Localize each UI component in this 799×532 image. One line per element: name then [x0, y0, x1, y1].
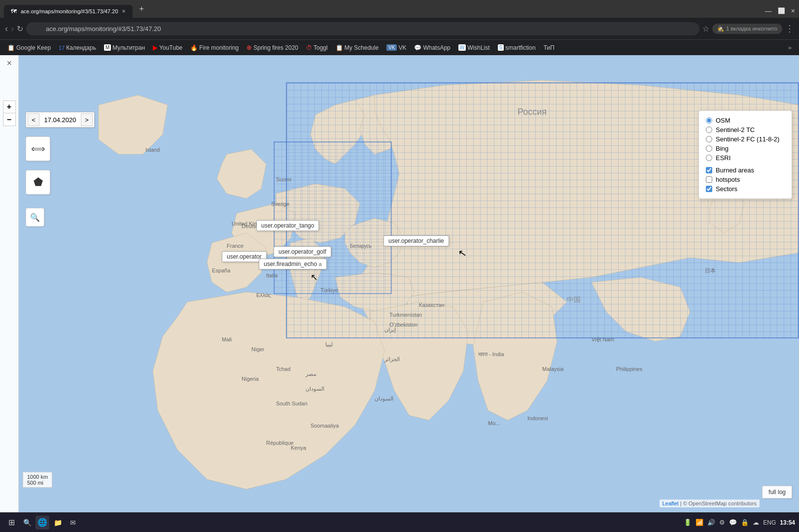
burned-areas-checkbox[interactable]	[706, 167, 712, 173]
basemap-sentinel2fc-radio[interactable]	[706, 136, 712, 142]
tab-favicon: 🗺	[11, 8, 17, 15]
search-tool-btn[interactable]: 🔍	[26, 208, 44, 227]
tray-icon-4[interactable]: ⚙	[719, 519, 725, 526]
svg-text:España: España	[212, 267, 231, 273]
layer-sectors[interactable]: Sectors	[706, 184, 785, 194]
basemap-osm-radio[interactable]	[706, 117, 712, 124]
tray-icon-1[interactable]: 🔋	[684, 519, 692, 526]
tray-icon-5[interactable]: 💬	[729, 519, 737, 526]
bookmark-calendar[interactable]: 17 Календарь	[55, 43, 100, 53]
map-container[interactable]: Sverige Suomi Россия Беларусь Казахстан …	[0, 55, 799, 512]
hotspots-checkbox[interactable]	[706, 176, 712, 183]
date-next-btn[interactable]: >	[81, 113, 93, 126]
svg-text:السودان: السودان	[375, 396, 393, 402]
tray-icon-6[interactable]: 🔒	[741, 519, 749, 526]
hotspots-label: hotspots	[716, 176, 740, 183]
svg-text:مصر: مصر	[305, 371, 316, 377]
taskbar-time: 13:54	[780, 519, 795, 526]
bookmark-youtube[interactable]: ▶ YouTube	[149, 42, 186, 53]
svg-text:日本: 日本	[705, 267, 716, 273]
layer-sentinel2fc[interactable]: Sentinel-2 FC (11-8-2)	[706, 134, 785, 144]
browser-window: 🗺 ace.org/maps/monitoring/#3/51.73/47.20…	[0, 0, 799, 532]
taskbar-search[interactable]: 🔍	[20, 516, 34, 530]
bookmark-smartfiction[interactable]: S smartfiction	[494, 43, 539, 53]
layer-sentinel2tc[interactable]: Sentinel-2 TC	[706, 125, 785, 134]
layer-esri[interactable]: ESRI	[706, 153, 785, 163]
pan-tool-btn[interactable]: ⟺	[26, 136, 50, 161]
bookmark-spring-fires[interactable]: ⊕ Spring fires 2020	[243, 42, 302, 53]
panel-close-btn[interactable]: ✕	[6, 59, 12, 67]
svg-text:Ελλάς: Ελλάς	[256, 292, 271, 298]
basemap-bing-label: Bing	[716, 145, 729, 152]
taskbar-start[interactable]: ⊞	[4, 516, 19, 530]
date-prev-btn[interactable]: <	[28, 113, 39, 126]
tray-icon-2[interactable]: 📶	[695, 519, 703, 526]
forward-btn[interactable]: ›	[11, 24, 14, 34]
incognito-indicator[interactable]: 🕵 1 вкладка инкогнито	[712, 24, 782, 34]
sectors-label: Sectors	[716, 185, 737, 193]
svg-text:Niger: Niger	[251, 346, 265, 352]
bookmark-more[interactable]: »	[785, 42, 795, 53]
zoom-out-btn[interactable]: −	[3, 113, 16, 126]
more-options-btn[interactable]: ⋮	[785, 23, 794, 34]
reload-btn[interactable]: ↻	[17, 24, 23, 33]
tab-bar: 🗺 ace.org/maps/monitoring/#3/51.73/47.20…	[0, 0, 799, 18]
map-svg: Sverige Suomi Россия Беларусь Казахстан …	[0, 55, 799, 512]
basemap-sentinel2fc-label: Sentinel-2 FC (11-8-2)	[716, 135, 779, 143]
taskbar-files[interactable]: 📁	[51, 516, 65, 530]
svg-text:Мо...: Мо...	[488, 420, 500, 426]
bookmark-tip[interactable]: ТиП	[540, 43, 558, 53]
sectors-checkbox[interactable]	[706, 186, 712, 192]
taskbar-mail[interactable]: ✉	[66, 516, 80, 530]
basemap-sentinel2tc-label: Sentinel-2 TC	[716, 126, 755, 133]
new-tab-btn[interactable]: +	[135, 1, 149, 16]
layer-panel: OSM Sentinel-2 TC Sentinel-2 FC (11-8-2)…	[698, 110, 792, 199]
layer-bing[interactable]: Bing	[706, 144, 785, 153]
bookmark-star[interactable]: ☆	[702, 24, 709, 33]
leaflet-link[interactable]: Leaflet	[662, 500, 679, 506]
incognito-label: 1 вкладка инкогнито	[726, 26, 777, 32]
tooltip-operator-tango: user.operator_tango	[256, 220, 319, 231]
basemap-bing-radio[interactable]	[706, 145, 712, 152]
full-log-btn[interactable]: full log	[762, 486, 792, 499]
svg-text:ليبيا: ليبيا	[325, 341, 333, 347]
burned-areas-label: Burned areas	[716, 166, 754, 174]
bookmark-google-keep[interactable]: 📋 Google Keep	[4, 43, 54, 53]
tab-title: ace.org/maps/monitoring/#3/51.73/47.20	[21, 8, 118, 14]
bookmark-vk[interactable]: VK VK	[383, 43, 410, 53]
bookmark-fire-monitoring[interactable]: 🔥 Fire monitoring	[187, 43, 242, 53]
scale-mi: 500 mi	[27, 480, 48, 486]
tab-close[interactable]: ×	[122, 8, 126, 15]
maximize-btn[interactable]: ⬜	[778, 7, 785, 14]
svg-text:中国: 中国	[567, 296, 581, 303]
back-btn[interactable]: ‹	[5, 24, 8, 34]
basemap-esri-radio[interactable]	[706, 155, 712, 161]
bookmark-toggl[interactable]: ⏱ Toggl	[303, 43, 331, 53]
date-input[interactable]	[40, 116, 80, 124]
address-bar-row: ‹ › ↻ ☆ 🕵 1 вкладка инкогнито ⋮	[0, 18, 799, 39]
tooltip-operator-golf: user.operator_golf	[274, 246, 331, 257]
bookmark-whatsapp[interactable]: 💬 WhatsApp	[411, 43, 453, 53]
layer-osm[interactable]: OSM	[706, 116, 785, 125]
active-tab[interactable]: 🗺 ace.org/maps/monitoring/#3/51.73/47.20…	[4, 5, 133, 18]
basemap-sentinel2tc-radio[interactable]	[706, 127, 712, 133]
keyboard-language[interactable]: ENG	[763, 519, 776, 526]
tray-icon-7[interactable]: ☁	[753, 519, 759, 526]
scale-bar: 1000 km 500 mi	[23, 472, 52, 488]
svg-text:الجزائر: الجزائر	[384, 356, 400, 363]
svg-text:Казахстан: Казахстан	[419, 302, 445, 308]
tray-icon-3[interactable]: 🔊	[707, 519, 715, 526]
bookmark-wishlist[interactable]: W WishList	[455, 43, 493, 53]
shape-tool-btn[interactable]: ⬟	[26, 170, 50, 195]
minimize-btn[interactable]: —	[765, 7, 772, 15]
close-btn[interactable]: ×	[791, 7, 795, 15]
layer-hotspots[interactable]: hotspots	[706, 175, 785, 184]
address-input[interactable]	[26, 22, 699, 35]
bookmark-schedule[interactable]: 📋 My Schedule	[332, 43, 382, 53]
layer-burned-areas[interactable]: Burned areas	[706, 166, 785, 175]
svg-text:Island: Island	[145, 147, 160, 153]
zoom-in-btn[interactable]: +	[3, 100, 16, 113]
bookmark-multitran[interactable]: M Мультитран	[101, 43, 148, 53]
taskbar-browser-icon[interactable]: 🌐	[35, 516, 49, 530]
svg-text:Việt Nam: Việt Nam	[591, 336, 614, 343]
